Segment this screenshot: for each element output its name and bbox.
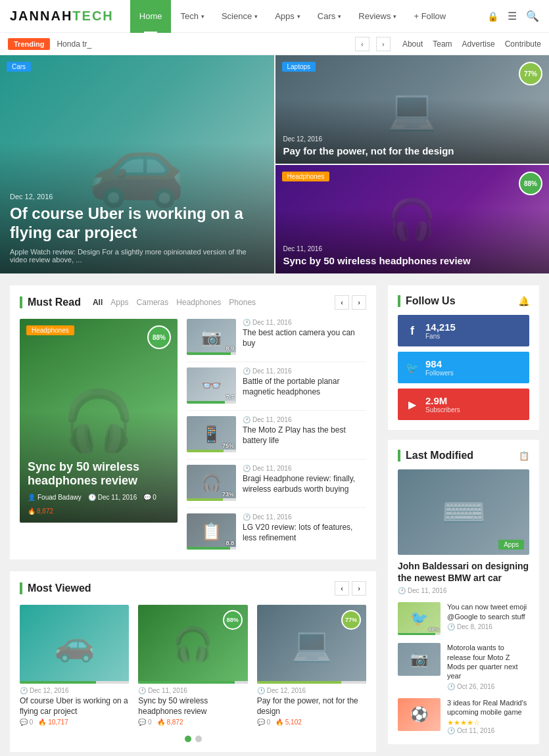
hero-tr-badge: Laptops [282,62,316,72]
mv-item[interactable]: 🚗 🕐 Dec 12, 2016 Of course Uber is worki… [20,605,129,726]
link-team[interactable]: Team [433,39,452,49]
follow-section: Follow Us 🔔 f 14,215 Fans 🐦 984 Follower… [388,285,539,430]
lm-featured[interactable]: ⌨️ Apps John Baldessari on designing the… [398,469,529,594]
most-viewed-grid: 🚗 🕐 Dec 12, 2016 Of course Uber is worki… [20,605,366,726]
right-column: Follow Us 🔔 f 14,215 Fans 🐦 984 Follower… [388,285,539,752]
hero-bl-date: Dec 11, 2016 [283,245,542,252]
hero-top-right[interactable]: 💻 Laptops 77% Dec 12, 2016 Pay for the p… [275,55,550,164]
search-icon[interactable]: 🔍 [526,10,539,22]
article-item[interactable]: 📱 75% 🕐 Dec 11, 2016 The Moto Z Pla [187,416,366,460]
lm-item[interactable]: 🐦 88% You can now tweet emoji @Google to… [398,602,529,635]
article-item[interactable]: 👓 7.7 🕐 Dec 11, 2016 Battle of the [187,367,366,411]
logo-jannah: JANNAH [10,9,72,23]
main-content: Must Read All Apps Cameras Headphones Ph… [0,273,549,756]
article-item[interactable]: 🎧 73% 🕐 Dec 11, 2016 Bragi Headphon [187,465,366,508]
menu-icon[interactable]: ☰ [508,10,517,22]
social-facebook[interactable]: f 14,215 Fans [398,315,529,346]
article-title: Bragi Headphone review: finally, wireles… [243,474,366,494]
follow-title: Follow Us [398,295,456,307]
article-info: 🕐 Dec 11, 2016 The best action camera yo… [243,319,366,355]
dot-1[interactable] [185,736,191,742]
lm-thumb: ⚽ [398,698,441,731]
lm-item[interactable]: 📷 Motorola wants to release four Moto Z … [398,643,529,690]
nav-tech[interactable]: Tech▾ [172,0,212,33]
follow-header: Follow Us 🔔 [398,295,529,307]
lock-icon[interactable]: 🔒 [487,11,498,22]
trending-links: About Team Advertise Contribute [402,39,541,49]
article-info: 🕐 Dec 11, 2016 Bragi Headphone review: f… [243,465,366,501]
lm-header: Last Modified 📋 [398,450,529,461]
hero-main-badge: Cars [7,62,31,72]
facebook-icon: f [406,324,419,338]
article-info: 🕐 Dec 11, 2016 The Moto Z Play has the b… [243,416,366,452]
article-thumb: 📷 8.9 [187,319,236,355]
featured-comments: 💬 0 [143,494,156,501]
article-title: The Moto Z Play has the best battery lif… [243,425,366,446]
featured-score: 88% [147,325,171,349]
must-read-section: Must Read All Apps Cameras Headphones Ph… [10,285,376,559]
trending-next[interactable]: › [376,37,391,51]
dot-2[interactable] [195,736,202,742]
tab-apps[interactable]: Apps [110,298,128,307]
mv-score: 88% [223,610,243,630]
tab-cameras[interactable]: Cameras [137,298,169,307]
hero-main-desc: Apple Watch review: Design For a slightl… [10,248,264,264]
article-info: 🕐 Dec 11, 2016 LG V20 review: lots of fe… [243,513,366,550]
lm-item[interactable]: ⚽ 3 ideas for Real Madrid's upcoming mob… [398,698,529,735]
link-advertise[interactable]: Advertise [462,39,495,49]
featured-badge: Headphones [26,325,74,335]
hero-tr-content: Dec 12, 2016 Pay for the power, not for … [275,129,550,164]
nav-science[interactable]: Science▾ [214,0,266,33]
nav-follow[interactable]: + Follow [406,0,454,33]
article-date: 🕐 Dec 11, 2016 [243,319,366,326]
tab-all[interactable]: All [93,298,103,307]
trending-prev[interactable]: ‹ [355,37,370,51]
youtube-icon: ▶ [406,398,419,411]
mv-item[interactable]: 💻 77% 🕐 Dec 12, 2016 Pay for the power, … [257,605,366,726]
most-viewed-prev[interactable]: ‹ [335,581,349,596]
mv-date: 🕐 Dec 12, 2016 [20,687,129,694]
youtube-label: Subscribers [425,406,521,413]
most-viewed-header: Most Viewed ‹ › [20,581,366,596]
featured-article[interactable]: 🎧 Headphones 88% Sync by 50 wireless hea… [20,319,178,523]
must-read-tabs: All Apps Cameras Headphones Phones [93,298,256,307]
follow-icon: 🔔 [518,296,529,306]
facebook-count: 14,215 [425,321,521,333]
logo[interactable]: JANNAHTECH [10,9,114,24]
social-twitter[interactable]: 🐦 984 Followers [398,352,529,383]
youtube-count: 2.9M [425,395,521,406]
must-read-prev[interactable]: ‹ [335,295,349,310]
nav-cars[interactable]: Cars▾ [310,0,349,33]
must-read-next[interactable]: › [352,295,366,310]
article-item[interactable]: 📷 8.9 🕐 Dec 11, 2016 The best actio [187,319,366,362]
article-item[interactable]: 📋 8.8 🕐 Dec 11, 2016 LG V20 review: [187,513,366,550]
must-read-title: Must Read [20,296,81,308]
nav-reviews[interactable]: Reviews▾ [350,0,404,33]
tab-headphones[interactable]: Headphones [176,298,221,307]
nav-apps[interactable]: Apps▾ [267,0,308,33]
hero-main-content: Dec 12, 2016 Of course Uber is working o… [0,183,274,273]
most-viewed-title: Most Viewed [20,582,91,594]
lm-info: You can now tweet emoji @Google to searc… [447,602,529,635]
most-viewed-next[interactable]: › [352,581,366,596]
tab-phones[interactable]: Phones [229,298,256,307]
mv-item[interactable]: 🎧 88% 🕐 Dec 11, 2016 Sync by 50 wireless… [138,605,247,726]
lm-info: 3 ideas for Real Madrid's upcoming mobil… [447,698,529,735]
article-thumb: 👓 7.7 [187,367,236,404]
mv-title: Of course Uber is working on a flying ca… [20,696,129,717]
article-thumb: 🎧 73% [187,465,236,501]
main-nav: Home Tech▾ Science▾ Apps▾ Cars▾ Reviews▾… [130,0,454,33]
featured-meta: 👤 Fouad Badawy 🕐 Dec 11, 2016 💬 0 [28,494,170,515]
link-about[interactable]: About [402,39,423,49]
social-youtube[interactable]: ▶ 2.9M Subscribers [398,389,529,420]
hero-main[interactable]: 🚗 Cars Dec 12, 2016 Of course Uber is wo… [0,55,274,273]
hero-bl-badge: Headphones [282,172,330,181]
nav-home[interactable]: Home [130,0,172,33]
hero-bl-content: Dec 11, 2016 Sync by 50 wireless headpho… [275,239,550,273]
hero-bottom-left[interactable]: 🎧 Headphones 88% Dec 11, 2016 Sync by 50… [275,165,550,273]
section-bar [20,296,22,308]
article-title: The best action camera you can buy [243,328,366,348]
hero-section: 🚗 Cars Dec 12, 2016 Of course Uber is wo… [0,55,549,273]
hero-bl-title: Sync by 50 wireless headphones review [283,255,542,267]
link-contribute[interactable]: Contribute [505,39,541,49]
